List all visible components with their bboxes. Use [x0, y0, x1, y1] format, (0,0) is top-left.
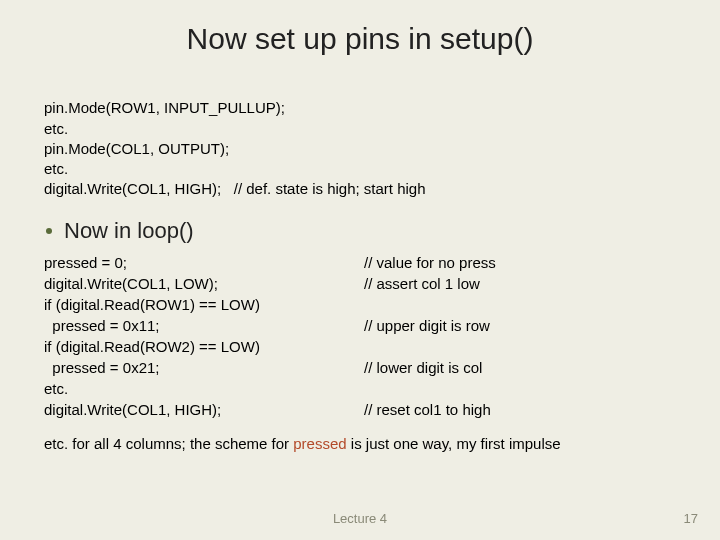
code-line: pin.Mode(COL1, OUTPUT); — [44, 140, 229, 157]
code-comment — [364, 294, 676, 315]
code-row: if (digital.Read(ROW1) == LOW) — [44, 294, 676, 315]
code-line: digital.Write(COL1, HIGH); // def. state… — [44, 180, 426, 197]
code-comment: // lower digit is col — [364, 357, 676, 378]
setup-code-block: pin.Mode(ROW1, INPUT_PULLUP); etc. pin.M… — [44, 78, 676, 200]
code-row: digital.Write(COL1, LOW);// assert col 1… — [44, 273, 676, 294]
code-comment: // reset col1 to high — [364, 399, 676, 420]
bullet-item: Now in loop() — [44, 218, 676, 244]
code-line: etc. — [44, 120, 68, 137]
bullet-icon — [46, 228, 52, 234]
code-left: if (digital.Read(ROW1) == LOW) — [44, 294, 364, 315]
code-left: pressed = 0x21; — [44, 357, 364, 378]
code-comment — [364, 378, 676, 399]
code-left: digital.Write(COL1, LOW); — [44, 273, 364, 294]
code-row: etc. — [44, 378, 676, 399]
code-row: pressed = 0;// value for no press — [44, 252, 676, 273]
code-comment: // assert col 1 low — [364, 273, 676, 294]
code-comment — [364, 336, 676, 357]
code-left: pressed = 0x11; — [44, 315, 364, 336]
footer-page-number: 17 — [684, 511, 698, 526]
code-comment: // value for no press — [364, 252, 676, 273]
code-line: etc. — [44, 160, 68, 177]
slide: Now set up pins in setup() pin.Mode(ROW1… — [0, 0, 720, 540]
footnote-keyword: pressed — [293, 435, 346, 452]
bullet-text: Now in loop() — [64, 218, 194, 244]
code-line: pin.Mode(ROW1, INPUT_PULLUP); — [44, 99, 285, 116]
code-row: pressed = 0x21;// lower digit is col — [44, 357, 676, 378]
code-row: digital.Write(COL1, HIGH);// reset col1 … — [44, 399, 676, 420]
code-left: etc. — [44, 378, 364, 399]
code-comment: // upper digit is row — [364, 315, 676, 336]
slide-title: Now set up pins in setup() — [44, 22, 676, 56]
footer-lecture: Lecture 4 — [0, 511, 720, 526]
code-left: if (digital.Read(ROW2) == LOW) — [44, 336, 364, 357]
code-left: digital.Write(COL1, HIGH); — [44, 399, 364, 420]
code-row: pressed = 0x11;// upper digit is row — [44, 315, 676, 336]
footnote: etc. for all 4 columns; the scheme for p… — [44, 434, 676, 454]
footnote-pre: etc. for all 4 columns; the scheme for — [44, 435, 293, 452]
code-row: if (digital.Read(ROW2) == LOW) — [44, 336, 676, 357]
code-left: pressed = 0; — [44, 252, 364, 273]
footnote-post: is just one way, my first impulse — [347, 435, 561, 452]
loop-code-block: pressed = 0;// value for no press digita… — [44, 252, 676, 420]
